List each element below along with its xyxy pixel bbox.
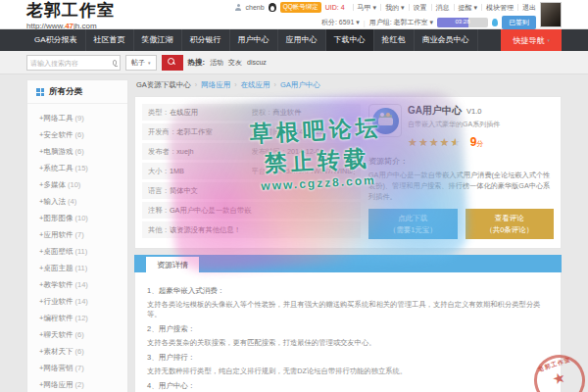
tab-bar: 资源详情 (134, 255, 562, 272)
signed-in-button[interactable]: 已签到 (502, 16, 536, 29)
sidebar-category-item[interactable]: +输入法 (4) (27, 193, 127, 210)
resource-subtitle: 自带嵌入式豪华的GA系列插件 (408, 120, 554, 129)
category-count: (4) (68, 197, 76, 206)
signin-progressbar[interactable]: 03:28 (437, 18, 488, 27)
usergroup-link[interactable]: 用户组: 老郭工作室 ▾ (369, 18, 433, 27)
main-column: GA资源下载中心 ›网络应用›在线应用›GA用户中心 类型：在线应用 授权：商业… (134, 79, 562, 392)
download-button[interactable]: 点此下载（需要1元宝） (368, 209, 457, 239)
nav-item[interactable]: 社区首页 (86, 29, 134, 51)
sidebar-category-item[interactable]: +网络工具 (9) (27, 110, 127, 126)
resource-card: GA用户中心V1.0 自带嵌入式豪华的GA系列插件 ★★★★★★★★★★ 9分 … (368, 104, 554, 241)
search-type-select[interactable]: 帖子 ▾ (125, 55, 157, 71)
username-link[interactable]: chenb (246, 4, 265, 11)
detail-row: 开发商：老郭工作室 更新时间：2014-09-28 (142, 123, 361, 140)
nav-item[interactable]: 下载中心 (326, 29, 374, 51)
feature-list: 1、超豪华嵌入式消费： 支持各类论坛模板的头像嵌入等个性装扮，并且有强大的赠送购… (134, 272, 562, 392)
chevron-down-icon: ▾ (547, 37, 550, 43)
nav-item[interactable]: 商业会员中心 (415, 29, 478, 51)
sidebar-category-item[interactable]: +应用软件 (7) (27, 226, 127, 243)
search-bar: 帖子 ▾ 热搜: 活动交友discuz (0, 51, 588, 74)
category-count: (6) (74, 347, 83, 356)
nav-item[interactable]: 用户中心 (230, 29, 278, 51)
category-count: (11) (74, 264, 87, 272)
detail-row: 其他：该资源没有其他信息！ (142, 221, 361, 238)
sidebar-category-item[interactable]: +多媒体 (10) (27, 176, 127, 193)
user-menu-item[interactable]: 模块管理 (481, 4, 514, 11)
site-logo-title: 老郭工作室 (26, 0, 115, 22)
sidebar-category-item[interactable]: +图形图像 (10) (27, 210, 127, 226)
detail-row: 语言：简体中文 (142, 182, 361, 199)
user-menu-item[interactable]: 提醒 ▾ (454, 4, 477, 11)
user-bar-row2: 积分: 6591 ▾ | 用户组: 老郭工作室 ▾ 03:28 已签到 (321, 16, 536, 29)
progress-text: 03:28 (437, 19, 488, 24)
category-sidebar: 所有分类 +网络工具 (9) +安全软件 (6) +电脑游戏 (6) +系统工具… (26, 79, 128, 392)
nav-item[interactable]: 笑傲江湖 (134, 29, 182, 51)
quick-nav-button[interactable]: 快捷导航 ▾ (501, 29, 562, 51)
sidebar-category-item[interactable]: +素材天下 (6) (27, 343, 127, 360)
hot-search-link[interactable]: discuz (247, 59, 267, 66)
credits-link[interactable]: 积分: 6591 ▾ (321, 18, 360, 27)
resource-title: GA用户中心V1.0 (408, 104, 554, 118)
nav-item[interactable]: 应用中心 (278, 29, 326, 51)
qq-bind-badge[interactable]: QQ帐号绑定 (280, 2, 321, 13)
search-button[interactable] (162, 55, 183, 71)
search-icon (168, 58, 174, 65)
user-block: chenb QQ帐号绑定 UID: 4 马甲 ▾我的 ▾设置消息提醒 ▾模块管理… (235, 2, 562, 29)
user-menu-item[interactable]: 我的 ▾ (380, 4, 404, 11)
user-menu-item[interactable]: 消息 (431, 4, 450, 11)
detail-row: 类型：在线应用 授权：商业软件 (142, 104, 361, 121)
category-count: (7) (74, 230, 83, 239)
mic-icon[interactable] (113, 60, 117, 66)
breadcrumb-links: ›网络应用›在线应用›GA用户中心 (195, 80, 320, 90)
sidebar-category-item[interactable]: +聊天软件 (6) (27, 326, 127, 343)
qq-icon (269, 3, 276, 12)
feature-item: 4、用户中心： 支持快捷引导用户前往编辑资料，支持最基本的信息展示，勋章墙，装扮… (147, 381, 549, 392)
sidebar-category-item[interactable]: +行业软件 (14) (27, 293, 127, 310)
breadcrumb-link[interactable]: ›GA用户中心 (274, 80, 320, 90)
feature-item: 2、用户搜索： 支持各类复杂的关联搜索，更有匹配搜索，打造最佳的管理或交友中心。 (147, 324, 549, 348)
nav-item[interactable]: GA积分报表 (26, 29, 86, 51)
hot-search-label: 热搜: (188, 58, 206, 68)
hot-search: 热搜: 活动交友discuz (188, 58, 271, 68)
site-logo[interactable]: 老郭工作室 http://www.47jh.com (26, 0, 115, 30)
user-menu-item[interactable]: 退出 (517, 4, 536, 11)
detail-row: 大小：1MB 平台：WindowsXP/WIN7/WIN8/安卓 (142, 163, 361, 179)
hot-search-link[interactable]: 交友 (228, 59, 242, 66)
user-menu-item[interactable]: 设置 (409, 4, 427, 11)
categories-icon (36, 88, 44, 96)
sidebar-category-item[interactable]: +系统工具 (15) (27, 160, 127, 176)
breadcrumb: GA资源下载中心 ›网络应用›在线应用›GA用户中心 (134, 79, 562, 96)
nav-item[interactable]: 抢红包 (374, 29, 415, 51)
hot-search-link[interactable]: 活动 (210, 59, 223, 66)
sidebar-category-item[interactable]: +桌面主题 (11) (27, 260, 127, 276)
category-count: (14) (74, 280, 87, 289)
breadcrumb-link[interactable]: ›网络应用 (195, 80, 230, 90)
feature-item: 3、用户排行： 支持无数种排行类型，纯自定义排行规则，无需DZ论坛自带排行功能的… (147, 353, 549, 376)
nav-item[interactable]: 积分银行 (182, 29, 230, 51)
search-input[interactable] (30, 60, 113, 67)
user-menu: 马甲 ▾我的 ▾设置消息提醒 ▾模块管理退出 (349, 3, 536, 13)
sidebar-category-item[interactable]: +教学软件 (14) (27, 276, 127, 293)
search-box (26, 55, 121, 71)
sidebar-category-item[interactable]: +网络营销 (7) (27, 360, 127, 376)
sidebar-category-item[interactable]: +网络应用 (2) (27, 376, 127, 392)
breadcrumb-root[interactable]: GA资源下载中心 (136, 80, 191, 90)
user-menu-item[interactable]: 马甲 ▾ (353, 4, 376, 11)
sidebar-category-item[interactable]: +电脑游戏 (6) (27, 143, 127, 160)
user-icon (235, 4, 242, 11)
chevron-down-icon: ▾ (148, 60, 151, 66)
category-count: (10) (74, 214, 87, 222)
sidebar-header: 所有分类 (27, 80, 127, 104)
detail-row: 发布者：xuejh 发布时间：2014-12-01 (142, 143, 361, 160)
sidebar-category-item[interactable]: +安全软件 (6) (27, 126, 127, 143)
sidebar-category-item[interactable]: +桌面壁纸 (11) (27, 243, 127, 260)
user-bar-row1: chenb QQ帐号绑定 UID: 4 马甲 ▾我的 ▾设置消息提醒 ▾模块管理… (235, 2, 536, 13)
category-count: (6) (74, 330, 83, 339)
category-count: (2) (74, 380, 83, 389)
sidebar-category-item[interactable]: +编程软件 (12) (27, 310, 127, 326)
breadcrumb-link[interactable]: ›在线应用 (234, 80, 270, 90)
category-count: (12) (74, 314, 87, 322)
view-comments-button[interactable]: 查看评论（共0条评论） (466, 209, 554, 239)
tab-resource-details[interactable]: 资源详情 (146, 257, 199, 272)
user-avatar[interactable] (540, 2, 562, 27)
